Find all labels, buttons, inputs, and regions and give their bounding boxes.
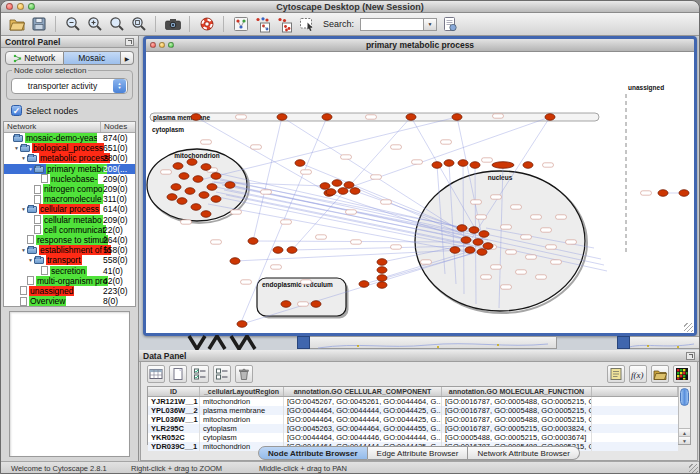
tree-row[interactable]: ▼primary metabo209(... [4,164,135,174]
tree-row[interactable]: response to stimulu264(0) [4,235,135,245]
attribute-list-icon[interactable] [607,365,625,383]
column-go-cellular-component[interactable]: annotation.GO CELLULAR_COMPONENT [284,387,442,396]
apply-layout-alt-icon[interactable] [275,15,294,34]
zoom-fit-icon[interactable] [107,15,126,34]
network-node[interactable] [187,159,197,166]
network-node-wide[interactable] [492,162,514,169]
expander-icon[interactable]: ▼ [20,206,27,212]
network-node[interactable] [469,227,479,234]
tab-mosaic[interactable]: Mosaic [64,51,122,65]
tree-row[interactable]: cellular metabo209(0) [4,215,135,225]
network-node[interactable] [237,321,247,328]
save-session-icon[interactable] [29,15,48,34]
network-node[interactable] [444,160,454,167]
import-attributes-icon[interactable] [651,365,669,383]
zoom-out-icon[interactable] [63,15,82,34]
snapshot-icon[interactable] [163,15,182,34]
help-icon[interactable] [197,15,216,34]
node-color-dropdown[interactable]: transporter activity ▲▼ [11,78,128,94]
network-node[interactable] [457,225,467,232]
column-id[interactable]: ID [148,387,200,396]
expander-icon[interactable]: ▼ [20,155,27,161]
network-node[interactable] [350,188,360,195]
network-node[interactable] [248,238,258,245]
column-go-molecular-function[interactable]: annotation.GO MOLECULAR_FUNCTION [442,387,592,396]
tab-node-attribute-browser[interactable]: Node Attribute Browser [258,446,368,460]
expander-icon[interactable]: ▼ [27,257,34,263]
network-node[interactable] [295,160,305,167]
function-builder-icon[interactable]: f(x) [629,365,647,383]
network-node[interactable] [377,259,387,266]
network-node[interactable] [277,114,287,121]
network-canvas-svg[interactable]: plasma membranecytoplasmmitochondrionnuc… [146,52,694,333]
network-node[interactable] [320,183,330,190]
tree-row[interactable]: ▼transport558(0) [4,255,135,265]
network-node[interactable] [167,194,177,201]
search-dropdown-icon[interactable]: ▼ [424,18,437,31]
network-node[interactable] [207,184,217,191]
network-node[interactable] [523,162,533,169]
tree-row[interactable]: Overview8(0) [4,296,135,306]
network-node[interactable] [273,247,283,254]
tree-row[interactable]: cell communicat22(0) [4,225,135,235]
network-node[interactable] [179,173,189,180]
network-node[interactable] [452,114,462,121]
network-node[interactable] [458,160,468,167]
search-input[interactable] [360,18,424,31]
expander-icon[interactable]: ▼ [13,145,20,151]
network-node[interactable] [211,196,221,203]
network-node[interactable] [477,249,487,256]
network-node[interactable] [332,180,342,187]
table-scrollbar[interactable]: ▲ ▼ [678,387,690,444]
expander-icon[interactable]: ▼ [20,247,27,253]
network-node[interactable] [658,190,668,197]
network-node[interactable] [287,247,297,254]
network-node[interactable] [191,114,201,121]
tree-row[interactable]: mosaic-demo-yeast874(0) [4,133,135,143]
network-node[interactable] [461,237,471,244]
select-attributes-icon[interactable] [191,365,209,383]
scroll-up-icon[interactable]: ▲ [679,428,690,436]
scroll-down-icon[interactable]: ▼ [679,436,690,444]
tab-network-attribute-browser[interactable]: Network Attribute Browser [468,446,579,460]
network-edge[interactable] [200,117,457,180]
tab-network[interactable]: Network [5,51,64,65]
tree-row[interactable]: ▼establishment of lo558(0) [4,245,135,255]
tab-edge-attribute-browser[interactable]: Edge Attribute Browser [368,446,469,460]
network-node[interactable] [679,190,689,197]
tree-row[interactable]: multi-organism pro42(0) [4,276,135,286]
network-node[interactable] [211,173,221,180]
network-canvas[interactable]: plasma membranecytoplasmmitochondrionnuc… [146,52,694,333]
background-window-fragment[interactable] [297,336,557,349]
tree-column-nodes[interactable]: Nodes [101,122,135,132]
network-node[interactable] [193,176,203,183]
network-edge[interactable] [253,117,282,241]
network-node[interactable] [326,189,336,196]
network-node[interactable] [470,162,480,169]
network-window-titlebar[interactable]: primary metabolic process [146,39,694,52]
network-node[interactable] [201,164,211,171]
column-cellular-layout-region[interactable]: _cellularLayoutRegion [200,387,284,396]
tree-row[interactable]: unassigned223(0) [4,286,135,296]
apply-layout-icon[interactable] [253,15,272,34]
network-node[interactable] [344,182,354,189]
network-node[interactable] [450,247,460,254]
select-nodes-checkbox[interactable]: ✓ [11,105,22,116]
expander-icon[interactable]: ▼ [27,166,34,172]
network-node[interactable] [473,239,483,246]
network-node[interactable] [171,184,181,191]
network-node[interactable] [338,188,348,195]
network-node[interactable] [281,301,291,308]
zoom-in-icon[interactable] [85,15,104,34]
network-node[interactable] [201,211,211,218]
network-node[interactable] [311,301,321,308]
network-node[interactable] [359,281,369,288]
window-resize-grip[interactable] [689,464,698,473]
network-node[interactable] [177,198,187,205]
heatmap-icon[interactable] [673,365,691,383]
window-titlebar[interactable]: Cytoscape Desktop (New Session) [1,1,699,13]
network-node[interactable] [185,188,195,195]
open-session-icon[interactable] [7,15,26,34]
table-row[interactable]: YKR052Ccytoplasm[GO:0044464, GO:0044446,… [148,433,678,442]
delete-attribute-icon[interactable] [235,365,253,383]
